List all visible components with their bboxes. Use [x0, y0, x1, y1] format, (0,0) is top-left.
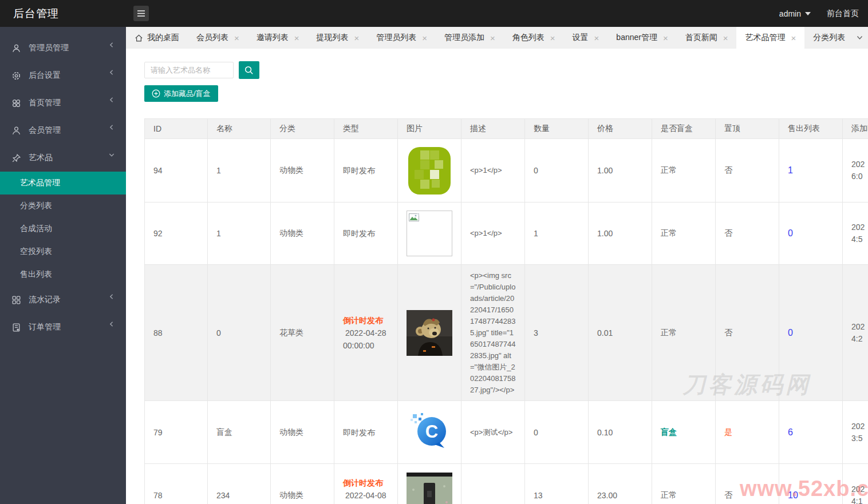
tab-settings[interactable]: 设置×	[564, 27, 608, 49]
cell-top: 否	[716, 265, 779, 401]
cell-sold: 0	[779, 203, 843, 265]
cell-top: 否	[716, 139, 779, 203]
close-icon[interactable]: ×	[550, 34, 555, 42]
cell-price: 1.00	[589, 139, 652, 203]
type-text: 即时发布	[343, 164, 375, 177]
tab-desktop[interactable]: 我的桌面	[126, 27, 188, 49]
admin-dropdown[interactable]: admin	[779, 9, 811, 18]
artwork-image-pixel-art	[407, 145, 452, 197]
column-header: 描述	[461, 119, 525, 139]
cell-id: 92	[145, 203, 208, 265]
close-icon[interactable]: ×	[791, 34, 796, 42]
cell-type: 倒计时发布2022-04-28 00:00:00	[334, 265, 398, 401]
sold-count-link[interactable]: 0	[788, 328, 793, 338]
column-header-label: 名称	[216, 124, 232, 134]
sold-count-link[interactable]: 0	[788, 228, 793, 239]
cell-image: C	[398, 401, 461, 464]
cell-text: 1	[534, 229, 538, 238]
sidebar-item-member-management[interactable]: 会员管理	[0, 117, 126, 144]
cell-image	[398, 265, 461, 401]
sidebar-item-order-management[interactable]: 订单管理	[0, 313, 126, 341]
svg-text:C: C	[425, 422, 438, 442]
sidebar-subitem-label: 艺术品管理	[20, 178, 60, 188]
cell-category: 动物类	[271, 401, 334, 464]
hamburger-button[interactable]	[133, 6, 149, 21]
tab-label: 角色列表	[512, 33, 545, 43]
search-input[interactable]	[144, 62, 234, 78]
tab-invite-list[interactable]: 邀请列表×	[248, 27, 308, 49]
sold-count-link[interactable]: 6	[788, 427, 793, 438]
close-icon[interactable]: ×	[354, 34, 360, 42]
tab-admin-list[interactable]: 管理员列表×	[368, 27, 436, 49]
sidebar-item-admin-management[interactable]: 管理员管理	[0, 34, 126, 62]
close-icon[interactable]: ×	[294, 34, 299, 42]
cell-blind: 正常	[652, 265, 716, 401]
cell-text: 动物类	[279, 228, 303, 239]
chevron-left-icon	[109, 69, 115, 76]
sidebar-item-artworks[interactable]: 艺术品	[0, 144, 126, 172]
tab-withdraw-list[interactable]: 提现列表×	[308, 27, 368, 49]
column-header: 售出列表	[779, 119, 843, 139]
sidebar-item-compose-activity[interactable]: 合成活动	[0, 217, 126, 240]
sidebar-item-home-management[interactable]: 首页管理	[0, 89, 126, 117]
cell-category: 动物类	[271, 203, 334, 265]
cell-type: 即时发布	[334, 203, 398, 265]
cell-image	[398, 139, 461, 203]
close-icon[interactable]: ×	[594, 34, 599, 42]
cell-time: 2024:1	[843, 464, 868, 504]
close-icon[interactable]: ×	[234, 34, 239, 42]
tab-label: 设置	[573, 33, 589, 43]
cell-price: 1.00	[589, 203, 652, 265]
close-icon[interactable]: ×	[663, 34, 668, 42]
sidebar-item-sold-list[interactable]: 售出列表	[0, 263, 126, 286]
table-row: 941动物类即时发布<p>1</p>01.00正常否12026:0	[145, 139, 868, 203]
sidebar-item-backend-settings[interactable]: 后台设置	[0, 62, 126, 89]
add-time-text: 202	[851, 483, 865, 495]
tab-label: banner管理	[616, 33, 657, 43]
sidebar-item-label: 流水记录	[29, 295, 61, 305]
tab-label: 我的桌面	[147, 33, 179, 43]
cell-desc	[461, 464, 525, 504]
tab-home-news[interactable]: 首页新闻×	[677, 27, 737, 49]
table-header-row: ID名称分类类型图片描述数量价格是否盲盒置顶售出列表添加时间	[145, 119, 868, 139]
add-time-text: 4:2	[851, 333, 862, 345]
add-time-text: 3:5	[851, 432, 862, 445]
cell-top: 是	[716, 401, 779, 464]
tab-more-button[interactable]	[851, 27, 868, 49]
tab-banner-management[interactable]: banner管理×	[607, 27, 676, 49]
type-text: 即时发布	[343, 227, 375, 240]
cell-name: 234	[208, 464, 271, 504]
cell-blind: 盲盒	[652, 401, 716, 464]
table-row: 79盲盒动物类即时发布C<p>测试</p>00.10盲盒是62023:5	[145, 401, 868, 464]
column-header-label: 图片	[407, 124, 423, 134]
sidebar-item-category-list[interactable]: 分类列表	[0, 195, 126, 217]
close-icon[interactable]: ×	[490, 34, 495, 42]
tab-category-list-tab[interactable]: 分类列表×	[804, 27, 851, 49]
sidebar-nav: 管理员管理后台设置首页管理会员管理艺术品艺术品管理分类列表合成活动空投列表售出列…	[0, 27, 126, 504]
top-status: 否	[724, 228, 732, 239]
tab-member-list[interactable]: 会员列表×	[188, 27, 248, 49]
cell-top: 否	[716, 203, 779, 265]
search-icon	[244, 65, 254, 76]
tab-artwork-management[interactable]: 艺术品管理×	[736, 27, 804, 49]
search-button[interactable]	[239, 61, 259, 79]
sidebar-item-airdrop-list[interactable]: 空投列表	[0, 240, 126, 263]
sidebar-item-transaction-records[interactable]: 流水记录	[0, 286, 126, 313]
close-icon[interactable]: ×	[422, 34, 427, 42]
cell-sold: 1	[779, 139, 843, 203]
sidebar-item-artwork-management[interactable]: 艺术品管理	[0, 172, 126, 195]
admin-username: admin	[779, 9, 801, 18]
sold-count-link[interactable]: 1	[788, 165, 793, 176]
add-artwork-button[interactable]: 添加藏品/盲盒	[144, 85, 218, 102]
sidebar-item-label: 艺术品	[29, 153, 53, 163]
chevron-left-icon	[109, 124, 115, 130]
sold-count-link[interactable]: 10	[788, 490, 798, 501]
cell-text: 1	[216, 166, 221, 175]
cell-text: 动物类	[279, 490, 303, 501]
front-home-link[interactable]: 前台首页	[827, 9, 859, 19]
tab-admin-add[interactable]: 管理员添加×	[436, 27, 504, 49]
tab-role-list[interactable]: 角色列表×	[504, 27, 564, 49]
blind-box-status: 正常	[661, 228, 677, 239]
close-icon[interactable]: ×	[723, 34, 728, 42]
cell-qty: 13	[525, 464, 589, 504]
